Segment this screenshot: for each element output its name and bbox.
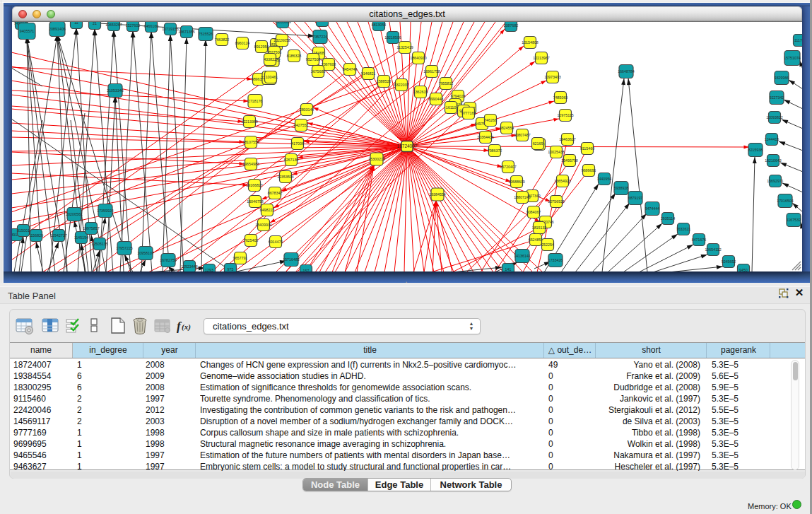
svg-text:8267130: 8267130 (284, 158, 299, 162)
svg-text:433822: 433822 (264, 57, 276, 62)
svg-text:7955812: 7955812 (439, 81, 454, 86)
svg-text:12505135: 12505135 (91, 242, 108, 246)
svg-text:8912954: 8912954 (254, 45, 269, 49)
svg-text:8454749: 8454749 (343, 67, 358, 71)
svg-text:10807487: 10807487 (514, 133, 531, 137)
svg-text:2803144: 2803144 (300, 107, 314, 112)
svg-text:10025438: 10025438 (548, 150, 565, 154)
svg-text:6879197: 6879197 (628, 196, 643, 200)
svg-text:12353594: 12353594 (277, 175, 294, 179)
svg-text:16782759: 16782759 (160, 258, 177, 262)
svg-text:252254: 252254 (541, 243, 554, 247)
svg-text:(x): (x) (182, 322, 191, 332)
svg-text:7625402: 7625402 (244, 238, 259, 243)
svg-text:2087682: 2087682 (504, 23, 519, 28)
svg-text:12213967: 12213967 (533, 56, 550, 60)
svg-text:9329966: 9329966 (775, 76, 789, 80)
svg-text:157: 157 (303, 269, 310, 271)
svg-text:1362615: 1362615 (413, 90, 428, 94)
svg-text:10046: 10046 (266, 75, 276, 79)
svg-text:8960124: 8960124 (235, 41, 250, 45)
svg-text:1145194: 1145194 (74, 235, 88, 240)
svg-text:9115460: 9115460 (580, 146, 594, 151)
svg-text:7632621: 7632621 (676, 227, 691, 231)
svg-text:10719155: 10719155 (162, 27, 179, 31)
svg-text:19218506: 19218506 (384, 35, 401, 40)
svg-text:6794028: 6794028 (451, 94, 466, 98)
svg-text:9405571: 9405571 (20, 29, 35, 33)
svg-text:5938928: 5938928 (614, 186, 629, 190)
svg-text:20206561: 20206561 (66, 212, 83, 216)
svg-text:18724007: 18724007 (397, 144, 418, 148)
svg-text:9699695: 9699695 (582, 168, 596, 173)
svg-text:16033809: 16033809 (274, 22, 291, 24)
svg-text:975: 975 (228, 267, 234, 271)
svg-text:8813054: 8813054 (372, 23, 387, 27)
svg-text:10973493: 10973493 (544, 75, 561, 79)
svg-text:8990448: 8990448 (429, 97, 444, 101)
svg-text:10958107: 10958107 (137, 251, 154, 255)
svg-text:9245652: 9245652 (722, 259, 736, 264)
svg-text:1244415: 1244415 (765, 137, 779, 141)
svg-text:1293: 1293 (205, 268, 213, 271)
svg-text:9146821: 9146821 (361, 71, 376, 76)
svg-text:19384554: 19384554 (429, 192, 446, 197)
svg-text:9084067: 9084067 (526, 210, 541, 214)
svg-text:15716485: 15716485 (283, 257, 300, 262)
svg-text:20891406: 20891406 (49, 27, 66, 31)
svg-text:3427552: 3427552 (294, 123, 309, 127)
svg-text:8498222: 8498222 (260, 208, 275, 212)
svg-text:2935114: 2935114 (661, 216, 675, 221)
svg-text:12923448: 12923448 (181, 264, 198, 269)
svg-text:7986372: 7986372 (488, 148, 502, 153)
svg-text:10688609: 10688609 (508, 180, 525, 184)
svg-text:15751074: 15751074 (784, 56, 801, 60)
svg-text:8322037: 8322037 (394, 83, 409, 87)
svg-text:12213369: 12213369 (241, 119, 258, 124)
svg-text:17957225: 17957225 (116, 246, 133, 250)
svg-text:8678342: 8678342 (268, 191, 283, 195)
svg-text:11170: 11170 (794, 38, 802, 42)
svg-text:15692971: 15692971 (767, 179, 784, 183)
svg-text:8186328: 8186328 (287, 54, 302, 58)
svg-text:11325419: 11325419 (396, 45, 413, 49)
svg-text:18640910: 18640910 (410, 56, 427, 60)
svg-text:141: 141 (505, 267, 512, 271)
svg-text:2718176: 2718176 (248, 99, 263, 103)
svg-text:417006: 417006 (291, 141, 304, 146)
svg-text:3675685: 3675685 (311, 69, 326, 74)
svg-text:7485063: 7485063 (553, 95, 568, 100)
svg-text:1156829: 1156829 (29, 233, 43, 238)
svg-text:7663822: 7663822 (215, 37, 230, 42)
svg-text:1815132: 1815132 (532, 226, 547, 230)
svg-text:3824554: 3824554 (500, 126, 514, 130)
svg-text:18807249: 18807249 (514, 195, 531, 199)
svg-text:1588520: 1588520 (377, 79, 392, 83)
svg-text:17016504: 17016504 (777, 199, 794, 203)
svg-text:8215938: 8215938 (748, 148, 763, 152)
svg-text:11: 11 (74, 22, 78, 25)
svg-text:8471676: 8471676 (692, 238, 707, 242)
svg-text:1527602: 1527602 (126, 23, 141, 28)
svg-text:16110: 16110 (446, 105, 456, 110)
svg-text:21053346: 21053346 (107, 88, 124, 93)
svg-text:10756928: 10756928 (548, 199, 565, 204)
svg-text:14136141: 14136141 (514, 254, 531, 258)
svg-text:18107554: 18107554 (242, 140, 259, 144)
svg-text:20364436: 20364436 (477, 135, 494, 139)
svg-text:62169: 62169 (533, 141, 543, 146)
svg-text:746266: 746266 (484, 118, 497, 122)
svg-text:1440954: 1440954 (597, 177, 612, 181)
svg-text:1167532: 1167532 (787, 218, 801, 222)
svg-text:15495798: 15495798 (561, 158, 578, 163)
svg-text:9450: 9450 (739, 268, 748, 271)
svg-text:16648784: 16648784 (618, 69, 635, 74)
svg-text:17359924: 17359924 (97, 209, 114, 213)
svg-text:1733426: 1733426 (548, 258, 563, 262)
svg-text:8: 8 (322, 22, 324, 23)
svg-text:6466160: 6466160 (144, 24, 159, 28)
svg-text:9474444: 9474444 (645, 206, 660, 211)
svg-text:16671355: 16671355 (178, 30, 195, 34)
svg-text:10654112: 10654112 (705, 247, 721, 252)
svg-text:2367608: 2367608 (322, 62, 336, 66)
